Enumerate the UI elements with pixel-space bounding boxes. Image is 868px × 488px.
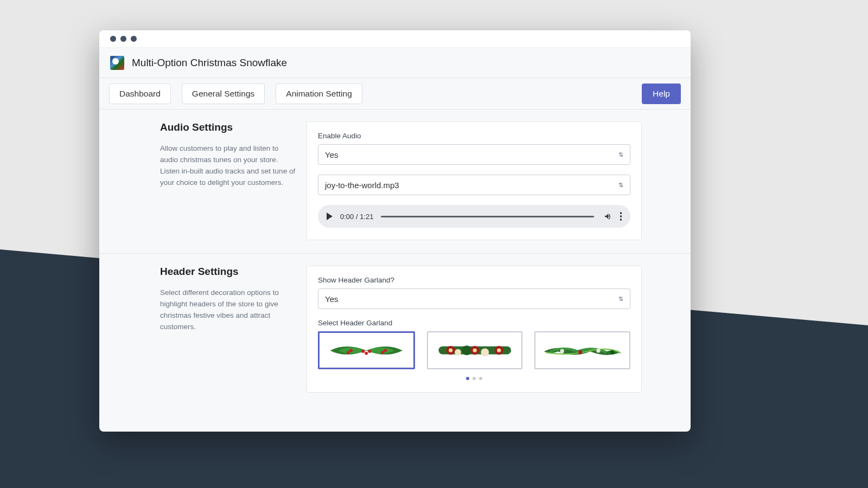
help-button[interactable]: Help [642, 84, 681, 104]
select-value: Yes [325, 294, 338, 304]
svg-point-9 [449, 348, 452, 352]
show-header-select[interactable]: Yes ⇅ [318, 288, 630, 309]
navbar: Dashboard General Settings Animation Set… [99, 78, 691, 110]
garland-option-pine-swirl[interactable] [534, 331, 630, 369]
content: Audio Settings Allow customers to play a… [99, 110, 691, 416]
enable-audio-label: Enable Audio [318, 132, 630, 140]
garland-option-holly[interactable] [318, 331, 415, 369]
section-left: Header Settings Select different decorat… [160, 266, 307, 393]
svg-point-10 [462, 345, 471, 355]
app-title: Multi-Option Christmas Snowflake [132, 57, 287, 69]
svg-point-1 [349, 349, 353, 352]
svg-point-2 [365, 351, 368, 355]
chevron-updown-icon: ⇅ [618, 182, 623, 188]
play-icon[interactable] [327, 213, 333, 220]
nav-general-settings-button[interactable]: General Settings [182, 84, 265, 104]
nav-dashboard-button[interactable]: Dashboard [109, 84, 171, 104]
window-control-dot[interactable] [131, 36, 137, 42]
enable-audio-select[interactable]: Yes ⇅ [318, 144, 630, 165]
nav-animation-setting-button[interactable]: Animation Setting [276, 84, 362, 104]
section-header: Header Settings Select different decorat… [99, 254, 691, 406]
section-audio: Audio Settings Allow customers to play a… [99, 110, 691, 254]
titlebar [99, 30, 691, 48]
svg-point-0 [347, 351, 350, 354]
garland-option-poinsettia[interactable] [427, 331, 523, 369]
section-right: Show Header Garland? Yes ⇅ Select Header… [307, 266, 642, 393]
section-desc: Select different decoration options to h… [160, 287, 296, 333]
svg-point-3 [368, 350, 371, 353]
section-right: Enable Audio Yes ⇅ joy-to-the-world.mp3 … [307, 121, 642, 240]
svg-point-20 [611, 350, 615, 354]
section-left: Audio Settings Allow customers to play a… [160, 121, 307, 240]
window-control-dot[interactable] [110, 36, 116, 42]
select-garland-label: Select Header Garland [318, 319, 630, 327]
svg-point-15 [497, 348, 501, 352]
svg-point-17 [560, 349, 564, 353]
show-header-label: Show Header Garland? [318, 276, 630, 284]
header: Multi-Option Christmas Snowflake [99, 48, 691, 78]
svg-point-16 [455, 349, 461, 356]
section-desc: Allow customers to play and listen to au… [160, 143, 296, 189]
svg-point-18 [578, 350, 582, 354]
page-dot[interactable] [473, 377, 476, 380]
page-dot[interactable] [466, 377, 469, 380]
audio-time: 0:00 / 1:21 [340, 213, 373, 221]
audio-track-select[interactable]: joy-to-the-world.mp3 ⇅ [318, 175, 630, 195]
section-title: Audio Settings [160, 121, 296, 133]
window-control-dot[interactable] [120, 36, 126, 42]
select-value: Yes [325, 150, 338, 159]
chevron-updown-icon: ⇅ [618, 152, 623, 158]
svg-point-5 [384, 349, 387, 352]
section-title: Header Settings [160, 266, 296, 278]
volume-icon[interactable] [604, 212, 612, 221]
svg-point-13 [481, 348, 489, 356]
svg-point-4 [381, 351, 384, 354]
kebab-menu-icon[interactable] [620, 212, 622, 221]
chevron-updown-icon: ⇅ [618, 296, 623, 302]
svg-point-19 [597, 349, 601, 352]
audio-progress-track[interactable] [381, 216, 593, 217]
garland-pagination [318, 377, 630, 380]
app-window: Multi-Option Christmas Snowflake Dashboa… [99, 30, 691, 432]
page-dot[interactable] [479, 377, 482, 380]
select-value: joy-to-the-world.mp3 [325, 181, 399, 190]
app-icon [110, 56, 124, 70]
garland-row [318, 331, 630, 369]
svg-point-12 [473, 348, 476, 352]
audio-player: 0:00 / 1:21 [318, 205, 630, 228]
svg-point-6 [361, 350, 365, 353]
